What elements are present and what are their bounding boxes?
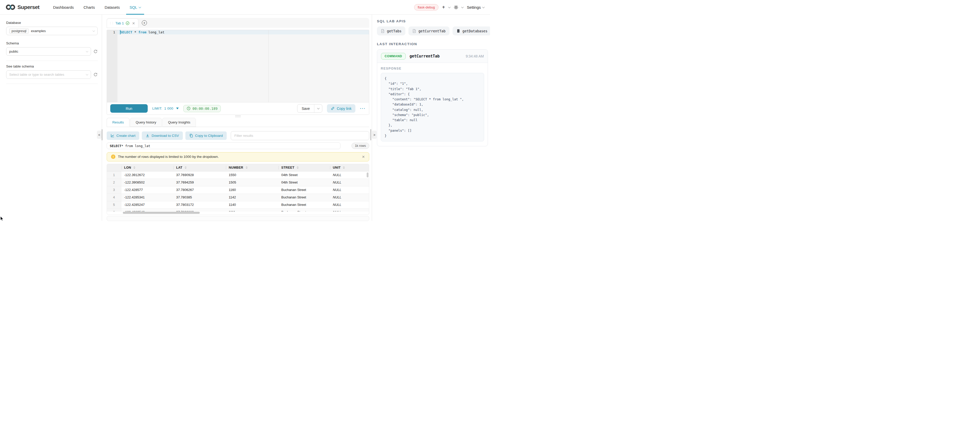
cell-street: Buchanan Street: [278, 194, 330, 201]
row-number: 5: [107, 201, 121, 208]
check-circle-icon: [126, 21, 129, 25]
download-csv-button[interactable]: Download to CSV: [142, 131, 183, 140]
create-chart-button[interactable]: Create chart: [107, 131, 139, 140]
clock-icon: [187, 107, 191, 110]
drag-handle-icon: ⋮⋮: [109, 22, 114, 25]
save-split-button: Save: [297, 104, 323, 113]
table-select[interactable]: Select table or type to search tables: [6, 70, 91, 79]
chevron-down-icon: [86, 73, 89, 75]
close-warning-icon[interactable]: ✕: [362, 155, 365, 159]
run-button[interactable]: Run: [110, 104, 148, 113]
tab-results[interactable]: Results: [107, 118, 129, 127]
command-badge: COMMAND: [381, 53, 406, 59]
schema-select[interactable]: public: [6, 47, 91, 56]
nav-item-datasets[interactable]: Datasets: [100, 0, 125, 14]
query-timer: 00:00:00.189: [183, 105, 221, 112]
last-interaction-title: LAST INTERACTION: [377, 42, 488, 46]
more-actions-button[interactable]: ···: [360, 106, 366, 111]
table-schema-label: See table schema: [6, 64, 98, 68]
cell-lon: -122.4285247: [121, 201, 173, 208]
nav-item-charts[interactable]: Charts: [79, 0, 100, 14]
results-table: LON LAT NUMBER STREET UNIT 1-122.3912672…: [107, 164, 369, 212]
query-preview: SELECT * from long_lat: [107, 142, 340, 149]
header-unit[interactable]: UNIT: [330, 164, 369, 171]
nav-menu: Dashboards Charts Datasets SQL: [48, 0, 146, 14]
header-lon[interactable]: LON: [121, 164, 173, 171]
refresh-schemas-button[interactable]: [93, 49, 98, 54]
last-interaction-card: COMMAND getCurrentTab 9:34:48 AM RESPONS…: [377, 49, 488, 146]
caret-down-icon: [176, 107, 179, 109]
row-count-badge: 1k rows: [352, 143, 369, 149]
table-row: 4-122.428534137.7803851142Buchanan Stree…: [107, 194, 369, 201]
table-vertical-scrollbar[interactable]: [367, 172, 369, 177]
sun-icon: [454, 5, 458, 10]
collapse-right-panel-button[interactable]: >: [372, 131, 377, 139]
response-code-block: { "id": "1", "title": "Tab 1", "editor":…: [381, 73, 484, 141]
sql-lab-apis-panel: SQL LAB APIS getTabs getCurrentTab: [372, 14, 490, 221]
database-select[interactable]: postgresql examples: [6, 27, 98, 35]
get-tabs-button[interactable]: getTabs: [377, 26, 406, 35]
tab-query-insights[interactable]: Query Insights: [162, 118, 196, 127]
cell-unit: NULL: [330, 209, 369, 212]
filter-results-input[interactable]: [231, 131, 369, 140]
warning-text: The number of rows displayed is limited …: [118, 155, 219, 159]
add-tab-button[interactable]: +: [142, 20, 147, 26]
cell-unit: NULL: [330, 194, 369, 201]
cell-number: 1140: [226, 201, 278, 208]
cell-number: 1142: [226, 194, 278, 201]
header-street[interactable]: STREET: [278, 164, 330, 171]
content: Database postgresql examples Schema publ…: [0, 14, 490, 221]
close-tab-icon[interactable]: ✕: [132, 21, 135, 26]
nav-item-dashboards[interactable]: Dashboards: [48, 0, 79, 14]
chevron-down-icon: [86, 50, 89, 53]
copy-clipboard-button[interactable]: Copy to Clipboard: [185, 131, 227, 140]
plus-icon: +: [442, 5, 445, 10]
response-label: RESPONSE: [381, 67, 484, 70]
cell-lon: -122.3908502: [121, 179, 173, 186]
superset-logo: Superset: [6, 4, 40, 10]
sql-editor-main: ⋮⋮ Tab 1 ✕ + 1 SELECT * from long_lat Ru…: [102, 14, 372, 221]
refresh-tables-button[interactable]: [93, 72, 98, 77]
cell-street: Buchanan Street: [278, 201, 330, 208]
theme-toggle-button[interactable]: [454, 5, 463, 10]
save-dropdown-button[interactable]: [314, 104, 322, 112]
copy-icon: [189, 134, 193, 137]
chevron-down-icon: [317, 107, 320, 109]
scrollbar-thumb[interactable]: [123, 212, 200, 214]
get-current-tab-button[interactable]: getCurrentTab: [409, 26, 450, 35]
database-engine-tag: postgresql: [9, 29, 29, 34]
collapse-left-panel-button[interactable]: <: [97, 131, 102, 139]
environment-badge: flask-debug: [414, 4, 439, 11]
sql-code-editor[interactable]: 1 SELECT * from long_lat: [107, 30, 369, 102]
api-panel-title: SQL LAB APIS: [377, 19, 488, 23]
cell-unit: NULL: [330, 179, 369, 186]
cell-unit: NULL: [330, 186, 369, 193]
sort-icon: [185, 166, 187, 169]
chevron-down-icon: [461, 6, 464, 8]
get-databases-button[interactable]: getDatabases: [453, 26, 490, 35]
mouse-cursor: [0, 216, 4, 221]
save-button[interactable]: Save: [298, 104, 314, 112]
command-name: getCurrentTab: [409, 54, 439, 59]
copy-link-button[interactable]: Copy link: [327, 104, 355, 113]
header-number[interactable]: NUMBER: [226, 164, 278, 171]
left-pane-scrollbar[interactable]: [102, 129, 103, 140]
pane-splitter[interactable]: [107, 115, 369, 118]
tab-query-history[interactable]: Query history: [130, 118, 162, 127]
editor-tab-1[interactable]: ⋮⋮ Tab 1 ✕: [107, 19, 138, 28]
schema-label: Schema: [6, 41, 98, 45]
right-pane-scrollbar[interactable]: [370, 129, 371, 140]
limit-dropdown[interactable]: LIMIT: 1 000: [152, 107, 179, 110]
table-row: 5-122.428524737.78031721140Buchanan Stre…: [107, 201, 369, 209]
south-pane-footer: [107, 216, 369, 221]
cell-lon: -122.3912672: [121, 171, 173, 179]
table-horizontal-scrollbar[interactable]: [107, 212, 369, 215]
nav-item-sql[interactable]: SQL: [125, 0, 146, 14]
refresh-icon: [93, 49, 98, 54]
sql-lab-sidebar: Database postgresql examples Schema publ…: [0, 14, 102, 221]
cell-lat: 37.7694259: [173, 179, 226, 186]
new-item-button[interactable]: +: [442, 5, 450, 10]
settings-menu[interactable]: Settings: [467, 5, 484, 10]
sort-icon: [343, 166, 345, 169]
header-lat[interactable]: LAT: [173, 164, 226, 171]
